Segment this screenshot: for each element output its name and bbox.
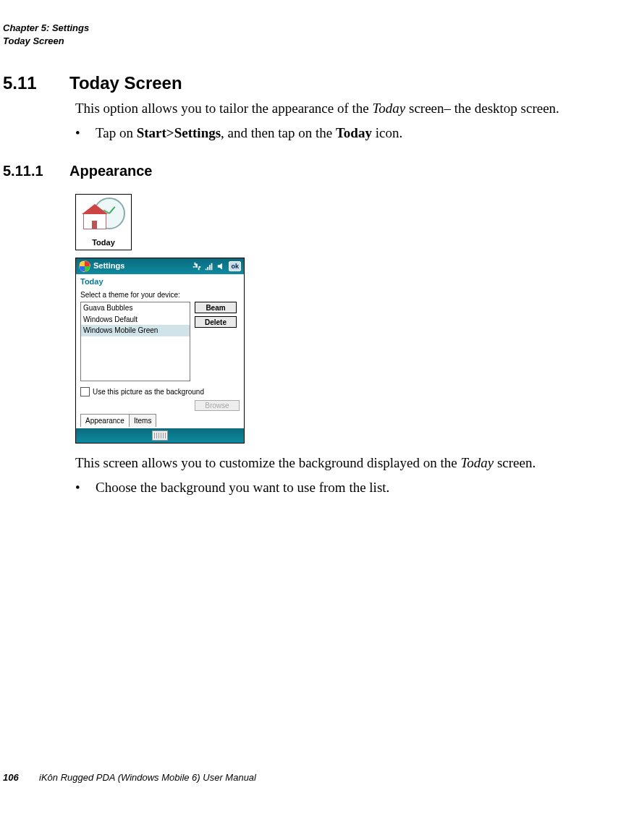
bullet-text: Tap on Start>Settings, and then tap on t…: [96, 124, 402, 143]
page-footer: 106iKôn Rugged PDA (Windows Mobile 6) Us…: [3, 771, 630, 784]
bullet-marker: •: [75, 478, 96, 497]
intro-text-em: Today: [373, 101, 406, 116]
desc-post: screen.: [494, 455, 536, 470]
theme-option-selected[interactable]: Windows Mobile Green: [81, 325, 190, 336]
subheading-title: Appearance: [69, 161, 153, 181]
device-subtitle: Today: [76, 274, 244, 289]
theme-option[interactable]: Windows Default: [81, 314, 190, 326]
ok-button[interactable]: ok: [229, 261, 241, 271]
theme-instruction: Select a theme for your device:: [80, 290, 240, 300]
appearance-description: This screen allows you to customize the …: [75, 454, 630, 472]
section-intro: This option allows you to tailor the app…: [75, 99, 630, 118]
device-titlebar: Settings ok: [76, 258, 244, 274]
titlebar-text: Settings: [93, 260, 124, 271]
heading-5-11-1: 5.11.1Appearance: [3, 161, 630, 181]
bullet-bold-icon: Today: [336, 125, 372, 140]
signal-icon[interactable]: [204, 261, 214, 271]
device-screenshot: Settings ok Today Select a theme for you…: [75, 258, 245, 444]
bullet-choose-background: • Choose the background you want to use …: [75, 478, 630, 497]
footer-title: iKôn Rugged PDA (Windows Mobile 6) User …: [39, 772, 256, 783]
heading-5-11: 5.11Today Screen: [3, 72, 630, 95]
speaker-icon[interactable]: [216, 261, 227, 271]
desc-pre: This screen allows you to customize the …: [75, 455, 460, 470]
bullet-bold-path: Start>Settings: [137, 125, 221, 140]
theme-option[interactable]: Guava Bubbles: [81, 302, 190, 314]
bullet-marker: •: [75, 124, 96, 143]
desc-em: Today: [460, 455, 494, 470]
connectivity-icon[interactable]: [192, 261, 202, 271]
browse-button: Browse: [195, 400, 240, 411]
device-bottombar: [76, 428, 244, 443]
bullet-post: icon.: [372, 125, 402, 140]
subheading-number: 5.11.1: [3, 161, 69, 181]
intro-text-pre: This option allows you to tailor the app…: [75, 101, 373, 116]
tab-items[interactable]: Items: [129, 414, 156, 428]
background-checkbox[interactable]: [80, 387, 90, 396]
beam-button[interactable]: Beam: [195, 302, 237, 313]
intro-text-post: screen– the desktop screen.: [405, 101, 559, 116]
heading-number: 5.11: [3, 72, 69, 95]
page-number: 106: [3, 771, 39, 784]
today-icon-label: Today: [76, 237, 131, 248]
bullet-nav-instruction: • Tap on Start>Settings, and then tap on…: [75, 124, 630, 143]
header-chapter: Chapter 5: Settings: [3, 22, 630, 35]
page-header: Chapter 5: Settings Today Screen: [3, 22, 630, 47]
today-icon-card: Today: [75, 194, 132, 250]
background-checkbox-label: Use this picture as the background: [93, 387, 204, 397]
bullet-text: Choose the background you want to use fr…: [96, 478, 389, 497]
house-icon: [83, 213, 106, 229]
start-flag-icon[interactable]: [79, 260, 90, 272]
keyboard-icon[interactable]: [152, 430, 168, 441]
bullet-mid: , and then tap on the: [221, 125, 336, 140]
theme-listbox[interactable]: Guava Bubbles Windows Default Windows Mo…: [80, 302, 190, 381]
heading-title: Today Screen: [69, 72, 182, 95]
tab-appearance[interactable]: Appearance: [80, 414, 130, 428]
bullet-pre: Tap on: [96, 125, 137, 140]
header-section: Today Screen: [3, 35, 630, 48]
delete-button[interactable]: Delete: [195, 316, 237, 328]
